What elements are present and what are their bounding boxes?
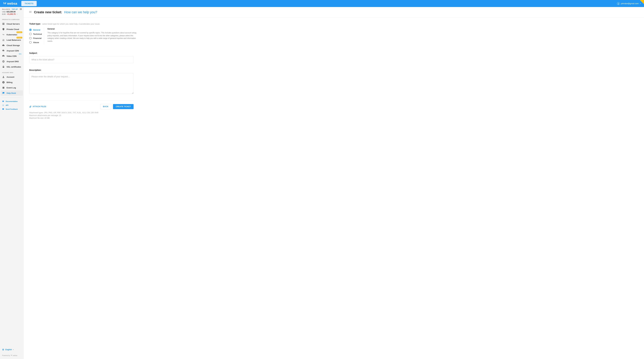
cog-icon <box>2 104 4 106</box>
users-icon <box>2 38 5 41</box>
cloud-play-icon <box>2 55 5 58</box>
user-email: johndoe@gmail.com <box>621 2 639 4</box>
nav-event-log[interactable]: Event Log <box>0 85 24 90</box>
radio-icon <box>29 28 32 31</box>
svg-point-4 <box>4 39 4 40</box>
feedback-icon <box>2 108 4 110</box>
language-selector[interactable]: English ▾ <box>2 348 21 351</box>
products-heading: PRODUCTS & SERVICES <box>0 16 24 21</box>
sidebar: BALANCE: TOP-UP USD: $15,350.00 EUR: −€1… <box>0 7 24 359</box>
radio-icon <box>29 37 32 39</box>
chevron-down-icon: ▾ <box>17 14 18 15</box>
svg-rect-13 <box>2 87 4 88</box>
lock-icon <box>2 66 5 68</box>
create-ticket-button[interactable]: CREATE TICKET <box>113 104 134 109</box>
svg-point-10 <box>3 76 4 77</box>
subject-label: Subject: <box>29 52 161 54</box>
nav-cloud-storage[interactable]: Cloud Storage <box>0 43 24 48</box>
attach-files-button[interactable]: ATTACH FILES <box>29 105 46 109</box>
svg-rect-2 <box>2 24 4 25</box>
svg-rect-15 <box>2 108 4 110</box>
radio-general[interactable]: General <box>29 28 44 32</box>
svg-rect-1 <box>2 23 4 24</box>
main: Create new ticket: How can we help you? … <box>24 7 644 359</box>
link-feedback[interactable]: Send Feedback <box>0 107 24 111</box>
radio-icon <box>29 41 32 44</box>
corner-ribbon <box>640 0 644 4</box>
page-title: Create new ticket: <box>34 10 62 14</box>
sidebar-collapse-icon[interactable] <box>20 8 22 10</box>
radio-icon <box>29 33 32 35</box>
nav-billing[interactable]: $ Billing <box>0 80 24 85</box>
radio-abuse[interactable]: Abuse <box>29 40 44 44</box>
svg-point-14 <box>3 105 4 106</box>
balance-label: BALANCE: <box>2 8 10 10</box>
radio-technical[interactable]: Technical <box>29 32 44 36</box>
balance-usd: USD: $15,350.00 <box>2 11 21 13</box>
ticket-type-label: Ticket type: <box>29 23 41 25</box>
svg-point-7 <box>4 51 4 52</box>
nav-load-balancers[interactable]: Load Balancers Preview <box>0 37 24 43</box>
description-label: Description: <box>29 69 161 71</box>
beta-badge: Beta <box>18 53 22 55</box>
svg-point-3 <box>3 39 4 40</box>
cloud-network-icon <box>2 49 5 52</box>
balance-eur[interactable]: EUR: −€1,002.76 ▾ <box>2 13 21 15</box>
svg-point-0 <box>618 3 619 4</box>
attachment-info: Attachment types: JPG, PNG, GIF, PDF, DO… <box>29 111 161 120</box>
logo-icon <box>10 354 12 356</box>
logo-icon <box>3 2 6 5</box>
balance-block: BALANCE: TOP-UP USD: $15,350.00 EUR: −€1… <box>0 7 24 16</box>
ticket-type-hint: select ticket type for which you need he… <box>42 23 100 25</box>
description-input[interactable] <box>29 73 134 94</box>
cloud-icon <box>2 44 5 47</box>
nav-ssl[interactable]: SSL certificates <box>0 64 24 70</box>
paperclip-icon <box>29 106 32 108</box>
svg-point-17 <box>30 11 30 12</box>
subject-input[interactable] <box>29 56 134 63</box>
nav-cloud-servers[interactable]: Cloud Servers <box>0 21 24 26</box>
chat-icon <box>2 92 5 94</box>
nav-anycast-cdn[interactable]: Anycast CDN <box>0 48 24 53</box>
topbar: websa TICKETS johndoe@gmail.com <box>0 0 644 7</box>
type-desc-title: General <box>48 28 161 30</box>
svg-text:$: $ <box>3 82 4 83</box>
account-heading: ACCOUNT INFO <box>0 70 24 74</box>
nav-video-cdn[interactable]: Video CDN Beta <box>0 53 24 59</box>
ticket-type-radios: General Technical Financial Abuse <box>29 28 44 44</box>
nav-anycast-dns[interactable]: Anycast DNS <box>0 59 24 64</box>
preview-badge: Preview <box>16 32 22 33</box>
preview-badge: Preview <box>16 37 22 38</box>
topup-link[interactable]: TOP-UP <box>12 8 18 10</box>
nav-kubernetes[interactable]: Kubernetes Preview <box>0 32 24 37</box>
user-menu[interactable]: johndoe@gmail.com <box>617 2 641 5</box>
calendar-icon <box>2 86 5 89</box>
shield-icon <box>2 28 5 30</box>
page-subtitle: How can we help you? <box>64 10 97 14</box>
tab-tickets[interactable]: TICKETS <box>21 1 37 6</box>
svg-rect-9 <box>3 67 4 68</box>
dollar-icon: $ <box>2 81 5 84</box>
server-icon <box>2 22 5 25</box>
svg-point-5 <box>3 51 3 52</box>
nav-account[interactable]: Account <box>0 74 24 80</box>
back-button[interactable]: BACK <box>100 104 111 109</box>
logo[interactable]: websa <box>3 2 17 6</box>
page-header: Create new ticket: How can we help you? <box>24 7 644 18</box>
brand-text: websa <box>7 2 17 6</box>
radio-financial[interactable]: Financial <box>29 36 44 40</box>
link-documentation[interactable]: Documentation <box>0 100 24 103</box>
avatar-icon <box>617 2 620 5</box>
gear-icon <box>2 33 5 36</box>
person-icon <box>2 76 5 78</box>
chevron-down-icon: ▾ <box>13 349 14 350</box>
svg-point-6 <box>3 51 4 52</box>
type-desc-body: This category is for inquiries that are … <box>48 32 138 42</box>
link-api[interactable]: API <box>0 103 24 107</box>
powered-by: Powered by websa <box>2 354 21 356</box>
nav-help-desk[interactable]: Help Desk <box>0 90 23 96</box>
ticket-type-description: General This category is for inquiries t… <box>44 28 161 42</box>
nav-private-cloud[interactable]: Private Cloud <box>0 26 24 32</box>
list-config-icon[interactable] <box>29 10 32 14</box>
globe-icon <box>2 348 4 351</box>
